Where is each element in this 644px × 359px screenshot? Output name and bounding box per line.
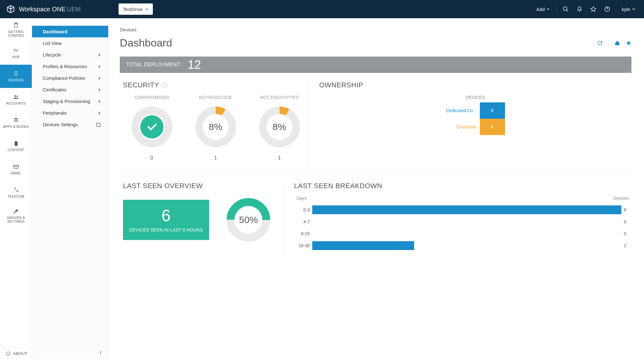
sub-nav-label: List View [43, 41, 62, 46]
sub-nav-item[interactable]: Profiles & Resources [32, 61, 108, 72]
rail-groups-settings[interactable]: GROUPS & SETTINGS [0, 204, 32, 227]
security-heading: SECURITY [123, 81, 159, 89]
ownership-heading: OWNERSHIP [319, 81, 363, 89]
sub-nav-item[interactable]: Devices Settings [32, 119, 108, 130]
refresh-button[interactable] [597, 40, 603, 46]
rail-hub[interactable]: HUB [0, 41, 32, 65]
rail-about[interactable]: ABOUT [0, 348, 32, 359]
chevron-right-icon [98, 65, 101, 68]
svg-rect-4 [15, 71, 17, 75]
chevron-down-icon [547, 8, 550, 10]
ownership-chart-title: DEVICES [466, 95, 485, 100]
sub-nav-item[interactable]: Peripherals [32, 107, 108, 119]
breakdown-days: 8-15 [294, 231, 310, 236]
rail-label: APPS & BOOKS [3, 125, 29, 128]
sub-nav-item[interactable]: Dashboard [32, 26, 108, 37]
org-dropdown[interactable]: TestDrive [119, 3, 153, 15]
collapse-subnav-button[interactable] [97, 349, 104, 356]
user-menu[interactable]: kyle [614, 7, 638, 12]
help-icon[interactable]: ? [162, 82, 168, 88]
main-content: Devices Dashboard TOTAL DEPLOYMENT : 12 [108, 18, 644, 359]
breakdown-table: Days Devices 0-364-708-15016-302 [294, 196, 631, 252]
breakdown-bar [310, 229, 624, 238]
security-item-label: NOT ENCRYPTED [251, 95, 308, 100]
breakdown-days: 16-30 [294, 243, 310, 248]
clipboard-icon [13, 22, 19, 29]
breakdown-bar [310, 241, 624, 250]
sub-nav-item[interactable]: Lifecycle [32, 49, 108, 61]
sub-nav-item[interactable]: Compliance Policies [32, 72, 108, 84]
email-icon [13, 164, 19, 170]
home-button[interactable] [614, 40, 620, 46]
sub-nav: DashboardList ViewLifecycleProfiles & Re… [32, 18, 108, 359]
sub-nav-label: Lifecycle [43, 52, 61, 57]
ownership-bar-dedicated[interactable]: Dedicated Co... 8 [446, 102, 505, 119]
chevron-right-icon [98, 88, 101, 92]
nav-rail: GETTING STARTED HUB DEVICES ACCOUNTS APP… [0, 18, 32, 359]
rail-accounts[interactable]: ACCOUNTS [0, 88, 32, 111]
rail-label: GETTING STARTED [0, 30, 32, 37]
security-item[interactable]: NOT ENCRYPTED8%1 [251, 95, 308, 161]
sub-nav-item[interactable]: List View [32, 37, 108, 49]
page-title: Dashboard [120, 37, 172, 49]
chevron-right-icon [98, 53, 101, 57]
svg-point-5 [16, 75, 16, 76]
divider [608, 40, 609, 46]
rail-apps-books[interactable]: APPS & BOOKS [0, 111, 32, 134]
deploy-value: 12 [188, 58, 201, 72]
rail-label: DEVICES [8, 78, 23, 82]
help-icon [604, 6, 610, 12]
ownership-label: Employee [446, 124, 480, 129]
users-icon [13, 94, 19, 100]
sub-nav-item[interactable]: Staging & Provisioning [32, 95, 108, 107]
donut-chart [130, 105, 174, 149]
security-item[interactable]: COMPROMISED0 [123, 95, 180, 161]
breakdown-row[interactable]: 8-150 [294, 228, 631, 240]
rail-devices[interactable]: DEVICES [0, 65, 32, 88]
breadcrumb[interactable]: Devices [120, 27, 631, 32]
chevron-right-icon [98, 76, 101, 80]
sub-nav-label: Certificates [43, 87, 66, 92]
books-icon [13, 117, 19, 123]
breakdown-days: 0-3 [294, 207, 310, 212]
rail-getting-started[interactable]: GETTING STARTED [0, 18, 32, 41]
star-icon [590, 6, 597, 12]
brand-logo[interactable]: Workspace ONEUEM [6, 5, 81, 14]
search-button[interactable] [559, 2, 573, 16]
last-seen-card[interactable]: 6 DEVICES SEEN IN LAST 8 HOURS [123, 200, 209, 240]
donut-chart: 8% [258, 105, 302, 149]
add-dropdown[interactable]: Add [531, 7, 555, 12]
last-seen-donut[interactable]: 50% [225, 196, 272, 243]
rail-label: TELECOM [8, 194, 24, 198]
sub-nav-label: Dashboard [43, 29, 67, 34]
breakdown-row[interactable]: 16-302 [294, 240, 631, 252]
refresh-icon [597, 40, 603, 46]
ownership-bar-employee[interactable]: Employee 4 [446, 119, 505, 135]
star-icon [626, 40, 631, 46]
svg-point-7 [16, 95, 18, 97]
notifications-button[interactable] [573, 2, 586, 16]
sub-nav-item[interactable]: Certificates [32, 84, 108, 95]
breakdown-bar [310, 205, 624, 214]
check-icon [140, 115, 164, 139]
activity-icon [13, 47, 19, 54]
favorite-button[interactable] [626, 40, 631, 46]
rail-label: HUB [12, 55, 19, 59]
ls-card-value: 6 [162, 207, 171, 224]
sub-nav-label: Peripherals [43, 110, 67, 116]
rail-email[interactable]: EMAIL [0, 158, 32, 181]
rail-content[interactable]: CONTENT [0, 134, 32, 158]
rail-telecom[interactable]: TELECOM [0, 181, 32, 204]
home-icon [614, 40, 620, 46]
rail-label: EMAIL [11, 171, 21, 175]
help-button[interactable] [600, 2, 614, 16]
security-item[interactable]: NO PASSCODE8%1 [187, 95, 244, 161]
star-button[interactable] [586, 2, 600, 16]
add-label: Add [536, 7, 545, 12]
breakdown-row[interactable]: 4-70 [294, 216, 631, 228]
device-icon [13, 71, 19, 77]
breakdown-row[interactable]: 0-36 [294, 204, 631, 216]
top-bar: Workspace ONEUEM TestDrive Add kyle [0, 0, 644, 18]
divider [557, 5, 557, 14]
breakdown-value: 2 [624, 243, 631, 248]
